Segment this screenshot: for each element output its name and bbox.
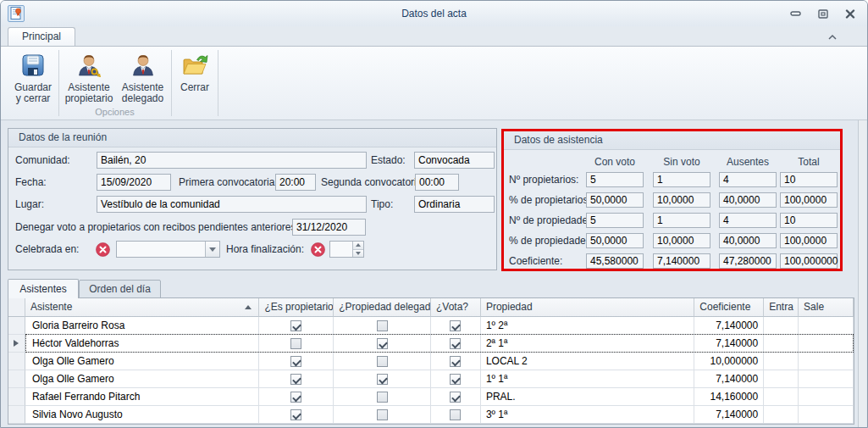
attendance-value-r5-c1[interactable]: 45,580000: [586, 253, 644, 269]
propiedad-delegada-cell[interactable]: [334, 388, 431, 406]
grid-col-header-8[interactable]: Sale: [799, 298, 854, 317]
propiedad-delegada-checkbox[interactable]: [377, 374, 388, 385]
cerrar-button[interactable]: Cerrar: [174, 49, 216, 115]
tab-orden-del-dia[interactable]: Orden del día: [79, 280, 161, 298]
attendance-value-r4-c1[interactable]: 50,0000: [586, 233, 644, 248]
row-indicator[interactable]: [8, 370, 25, 388]
es-propietario-cell[interactable]: [259, 353, 334, 370]
attendance-value-r3-c3[interactable]: 4: [719, 213, 777, 228]
propiedad-delegada-checkbox[interactable]: [377, 356, 388, 367]
entra-cell[interactable]: [764, 370, 799, 388]
row-indicator[interactable]: [8, 317, 25, 335]
attendance-value-r2-c4[interactable]: 100,0000: [780, 192, 838, 208]
propiedad-delegada-cell[interactable]: [334, 370, 431, 388]
grid-col-header-2[interactable]: ¿Es propietario?: [259, 298, 334, 317]
asistente-cell[interactable]: Olga Olle Gamero: [25, 353, 259, 370]
propiedad-cell[interactable]: LOCAL 2: [481, 353, 695, 370]
comunidad-field[interactable]: Bailén, 20: [97, 152, 367, 169]
vota-checkbox[interactable]: [450, 320, 461, 331]
combo-dropdown-icon[interactable]: [205, 242, 219, 257]
vota-checkbox[interactable]: [450, 356, 461, 367]
entra-cell[interactable]: [764, 388, 799, 406]
hora-finalizacion-spinner[interactable]: [329, 241, 364, 258]
propiedad-cell[interactable]: 3º 1ª: [481, 406, 695, 424]
coeficiente-cell[interactable]: 7,140000: [694, 370, 764, 388]
sale-cell[interactable]: [799, 353, 854, 370]
es-propietario-cell[interactable]: [259, 406, 334, 424]
attendance-value-r4-c4[interactable]: 100,0000: [780, 233, 838, 248]
asistente-propietario-button[interactable]: Asistentepropietario: [62, 49, 116, 115]
coeficiente-cell[interactable]: 10,000000: [694, 353, 764, 370]
attendance-value-r1-c4[interactable]: 10: [780, 172, 838, 187]
vota-checkbox[interactable]: [450, 374, 461, 385]
sale-cell[interactable]: [799, 335, 854, 353]
collapse-ribbon-icon[interactable]: [825, 31, 840, 43]
row-indicator[interactable]: [8, 388, 25, 406]
sale-cell[interactable]: [799, 388, 854, 406]
sale-cell[interactable]: [799, 370, 854, 388]
es-propietario-cell[interactable]: [259, 388, 334, 406]
grid-col-header-1[interactable]: Asistente: [25, 298, 259, 317]
propiedad-delegada-checkbox[interactable]: [377, 320, 388, 331]
attendance-value-r4-c3[interactable]: 40,0000: [719, 233, 777, 248]
grid-row-5[interactable]: Rafael Ferrando PitarchPRAL.14,160000: [8, 388, 854, 406]
vota-cell[interactable]: [431, 317, 481, 335]
es-propietario-cell[interactable]: [259, 317, 334, 335]
close-button[interactable]: [843, 8, 857, 19]
grid-row-6[interactable]: Silvia Novo Augusto3º 1ª7,140000: [8, 406, 854, 424]
row-indicator[interactable]: [8, 353, 25, 370]
propiedad-delegada-checkbox[interactable]: [377, 392, 388, 403]
grid-col-header-6[interactable]: Coeficiente: [694, 298, 764, 317]
propiedad-cell[interactable]: 1º 1ª: [481, 370, 695, 388]
propiedad-delegada-checkbox[interactable]: [377, 409, 388, 420]
propiedad-cell[interactable]: PRAL.: [481, 388, 695, 406]
propiedad-delegada-cell[interactable]: [334, 353, 431, 370]
asistente-cell[interactable]: Gloria Barreiro Rosa: [25, 317, 259, 335]
entra-cell[interactable]: [764, 353, 799, 370]
es-propietario-checkbox[interactable]: [290, 392, 301, 403]
denegar-voto-fecha-field[interactable]: 31/12/2020: [292, 219, 366, 236]
propiedad-delegada-cell[interactable]: [334, 406, 431, 424]
sale-cell[interactable]: [799, 406, 854, 424]
propiedad-delegada-cell[interactable]: [334, 335, 431, 353]
attendance-value-r4-c2[interactable]: 10,0000: [653, 233, 710, 248]
grid-col-header-5[interactable]: Propiedad: [481, 298, 694, 317]
asistente-cell[interactable]: Silvia Novo Augusto: [25, 406, 259, 424]
celebrada-en-combobox[interactable]: [116, 241, 220, 258]
entra-cell[interactable]: [764, 317, 799, 335]
propiedad-delegada-cell[interactable]: [334, 317, 431, 335]
row-indicator[interactable]: [8, 335, 25, 353]
attendance-value-r1-c1[interactable]: 5: [586, 172, 644, 187]
vota-cell[interactable]: [431, 370, 481, 388]
attendance-value-r3-c1[interactable]: 5: [586, 213, 644, 228]
es-propietario-checkbox[interactable]: [290, 356, 301, 367]
es-propietario-cell[interactable]: [259, 335, 334, 353]
propiedad-cell[interactable]: 1º 2ª: [481, 317, 695, 335]
attendance-value-r5-c3[interactable]: 47,280000: [719, 253, 777, 269]
tipo-field[interactable]: Ordinaria: [414, 196, 495, 213]
primera-convocatoria-field[interactable]: 20:00: [275, 174, 316, 191]
entra-cell[interactable]: [764, 335, 799, 353]
es-propietario-checkbox[interactable]: [290, 320, 301, 331]
attendance-value-r1-c3[interactable]: 4: [719, 172, 777, 187]
asistente-cell[interactable]: Rafael Ferrando Pitarch: [25, 388, 259, 406]
asistente-delegado-button[interactable]: Asistentedelegado: [117, 49, 169, 115]
tab-asistentes[interactable]: Asistentes: [8, 279, 79, 298]
coeficiente-cell[interactable]: 7,140000: [694, 335, 764, 353]
vota-checkbox[interactable]: [450, 338, 461, 349]
restore-button[interactable]: [816, 8, 830, 19]
vota-cell[interactable]: [431, 353, 481, 370]
guardar-y-cerrar-button[interactable]: Guardary cerrar: [9, 49, 57, 115]
estado-field[interactable]: Convocada: [414, 152, 495, 169]
vota-checkbox[interactable]: [450, 392, 461, 403]
asistente-cell[interactable]: Héctor Valdehorras: [25, 335, 259, 353]
vota-cell[interactable]: [431, 335, 481, 353]
attendance-value-r3-c2[interactable]: 1: [653, 213, 710, 228]
attendance-value-r3-c4[interactable]: 10: [780, 213, 838, 228]
spin-up-icon[interactable]: [353, 242, 363, 249]
vota-checkbox[interactable]: [450, 409, 461, 420]
grid-col-header-4[interactable]: ¿Vota?: [431, 298, 481, 317]
es-propietario-checkbox[interactable]: [290, 374, 301, 385]
attendance-value-r5-c4[interactable]: 100,000000: [780, 253, 838, 269]
vota-cell[interactable]: [431, 406, 481, 424]
